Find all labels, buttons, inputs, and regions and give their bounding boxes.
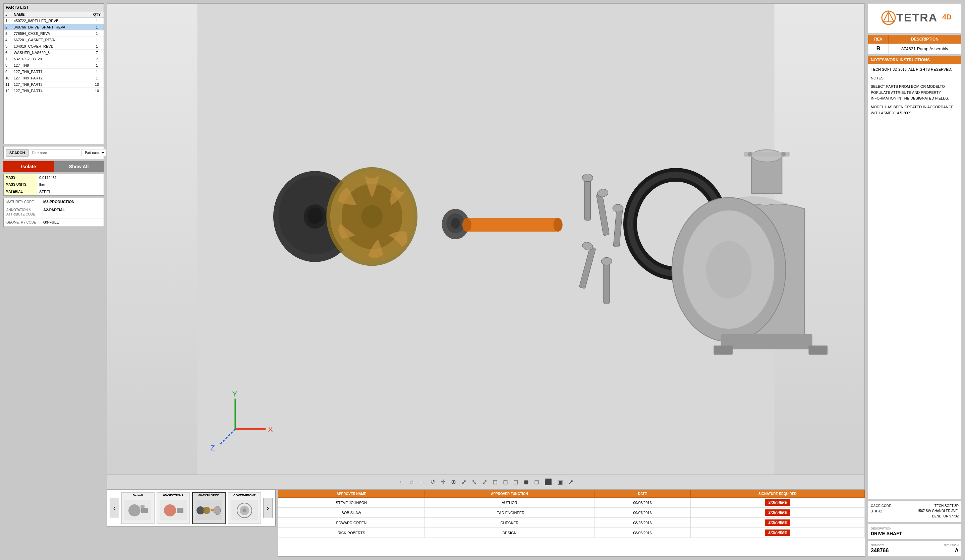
viewport-toolbar: ← ⌂ → ↺ ✛ ⊕ ⤢ ⤡ ⤢ ◻ ◻ ◻ ◼ ◻ ⬛ ▣ ↗ — [107, 475, 864, 489]
approval-row: STEVE JOHNSON AUTHOR 09/05/2016 SIGN HER… — [278, 498, 865, 508]
row-qty: 7 — [90, 50, 104, 56]
thumb-default[interactable]: Default — [121, 492, 155, 524]
approver-date: 08/05/2016 — [594, 528, 690, 538]
prop-value: 0.0172451 — [37, 174, 59, 181]
table-row[interactable]: 9 127_TN9_PART1 1 — [4, 69, 104, 75]
svg-point-19 — [462, 218, 471, 232]
svg-text:4D: 4D — [942, 13, 952, 21]
svg-rect-46 — [141, 508, 148, 513]
row-num: 11 — [4, 82, 12, 88]
row-qty: 1 — [90, 31, 104, 37]
toolbar-expand-btn[interactable]: ⤡ — [470, 477, 478, 487]
row-qty: 1 — [90, 75, 104, 82]
row-name: 127_TN9_PART1 — [12, 69, 90, 75]
sign-here-button[interactable]: SIGN HERE — [765, 500, 790, 506]
table-row[interactable]: 7 NAS1352_08_20 7 — [4, 56, 104, 62]
approver-name: EDWARD GREEN — [278, 518, 425, 528]
table-row[interactable]: 4 667201_GASKET_REVA 1 — [4, 37, 104, 43]
thumb-6d-sectiona[interactable]: 6D-SECTIONA — [157, 492, 190, 524]
sign-here-button[interactable]: SIGN HERE — [765, 529, 790, 536]
col-header-qty: QTY — [90, 11, 104, 18]
row-name: WASHER_NAS620_8 — [12, 50, 90, 56]
thumb-default-label: Default — [133, 493, 143, 498]
svg-point-39 — [748, 152, 752, 157]
sign-here-button[interactable]: SIGN HERE — [765, 509, 790, 516]
thumb-cover-front[interactable]: COVER-FRONT — [228, 492, 261, 524]
toolbar-forward-btn[interactable]: → — [417, 477, 426, 487]
toolbar-popup-btn[interactable]: ↗ — [567, 477, 575, 487]
toolbar-zoom-btn[interactable]: ⊕ — [450, 477, 457, 487]
thumb-prev-btn[interactable]: ‹ — [110, 498, 119, 518]
toolbar-shading1-btn[interactable]: ◼ — [522, 477, 530, 487]
toolbar-view2-btn[interactable]: ◻ — [502, 477, 509, 487]
table-row[interactable]: 11 127_TN9_PART3 10 — [4, 82, 104, 88]
note-paragraph: SELECT PARTS FROM BOM OR MODELTO POPULAT… — [871, 84, 958, 101]
table-row[interactable]: 1 450722_IMPELLER_REVB 1 — [4, 18, 104, 24]
table-row[interactable]: 8 127_TN9 1 — [4, 62, 104, 69]
number-value: 348766 — [871, 548, 888, 553]
row-qty: 1 — [90, 18, 104, 24]
codes-box: MATURITY CODE M3-PRODUCTION ANNOTATION &… — [3, 198, 104, 227]
toolbar-back-btn[interactable]: ← — [397, 477, 406, 487]
toolbar-fullscreen-btn[interactable]: ⤢ — [481, 477, 489, 487]
search-button[interactable]: SEARCH — [6, 149, 28, 157]
code-value: G3-FULL — [43, 220, 59, 224]
revision-value: A — [944, 548, 958, 553]
property-row: MASS 0.0172451 — [4, 174, 104, 181]
toolbar-pan-btn[interactable]: ✛ — [439, 477, 447, 487]
svg-rect-43 — [808, 346, 828, 354]
search-bar: SEARCH Part nam 🔍 — [3, 146, 104, 159]
svg-point-10 — [307, 207, 322, 224]
col-header-name: NAME — [12, 11, 90, 18]
col-date: DATE — [594, 490, 690, 498]
toolbar-fit-btn[interactable]: ⤢ — [460, 477, 468, 487]
search-input[interactable] — [30, 149, 80, 156]
thumb-exploded-label: 08-EXPLODED — [198, 493, 220, 498]
viewport-3d[interactable]: X Y Z — [107, 4, 864, 475]
table-row[interactable]: 10 127_TN9_PART2 1 — [4, 75, 104, 82]
toolbar-home-btn[interactable]: ⌂ — [408, 477, 415, 487]
toolbar-section-btn[interactable]: ▣ — [556, 477, 564, 487]
notes-content: TECH SOFT 3D 2016, ALL RIGHTS RESERVED.N… — [868, 64, 961, 119]
table-row[interactable]: 6 WASHER_NAS620_8 7 — [4, 50, 104, 56]
code-value: A2-PARTIAL — [43, 208, 65, 212]
rev-value: B — [869, 44, 888, 54]
table-row[interactable]: 12 127_TN9_PART4 10 — [4, 88, 104, 94]
svg-rect-29 — [604, 262, 610, 304]
code-value: M3-PRODUCTION — [43, 200, 74, 204]
svg-point-22 — [582, 174, 593, 182]
toolbar-view3-btn[interactable]: ◻ — [512, 477, 520, 487]
search-dropdown[interactable]: Part nam — [82, 149, 106, 156]
thumb-6d-label: 6D-SECTIONA — [163, 493, 183, 498]
properties-box: MASS 0.0172451 MASS UNITS lbm MATERIAL S… — [3, 174, 104, 196]
thumb-next-btn[interactable]: › — [263, 498, 273, 518]
prop-label: MATERIAL — [4, 188, 37, 195]
approver-name: BOB SHAW — [278, 508, 425, 518]
row-num: 7 — [4, 56, 12, 62]
isolate-button[interactable]: Isolate — [3, 161, 54, 172]
table-row[interactable]: 3 778594_CASE_REVA 1 — [4, 31, 104, 37]
thumb-08-exploded[interactable]: 08-EXPLODED — [192, 492, 226, 524]
svg-point-56 — [214, 506, 221, 515]
center-panel: X Y Z — [106, 3, 865, 557]
svg-rect-21 — [584, 179, 590, 220]
table-row[interactable]: 5 134019_COVER_REVB 1 — [4, 43, 104, 50]
showall-button[interactable]: Show All — [54, 161, 104, 172]
sign-here-button[interactable]: SIGN HERE — [765, 519, 790, 526]
toolbar-rotate-btn[interactable]: ↺ — [429, 477, 437, 487]
table-row[interactable]: 2 348766_DRIVE_SHAFT_REVA 1 — [4, 24, 104, 31]
approval-row: EDWARD GREEN CHECKER 08/25/2016 SIGN HER… — [278, 518, 865, 528]
toolbar-shading3-btn[interactable]: ⬛ — [543, 477, 553, 487]
toolbar-view1-btn[interactable]: ◻ — [491, 477, 499, 487]
row-num: 4 — [4, 37, 12, 43]
thumb-6d-img — [157, 498, 190, 524]
thumb-exploded-img — [193, 498, 225, 524]
bottom-section: ‹ Default 6D-SECTIONA — [106, 490, 865, 557]
col-signature: SIGNATURE REQUIRED — [690, 490, 864, 498]
toolbar-shading2-btn[interactable]: ◻ — [533, 477, 540, 487]
approval-table: APPROVER NAME APPROVER FUNCTION DATE SIG… — [278, 490, 865, 557]
svg-rect-47 — [141, 505, 144, 508]
row-num: 12 — [4, 88, 12, 94]
right-panel: TETRA 4D REV DESCRIPTION B 874631 Pump A… — [868, 3, 962, 557]
row-qty: 1 — [90, 24, 104, 31]
